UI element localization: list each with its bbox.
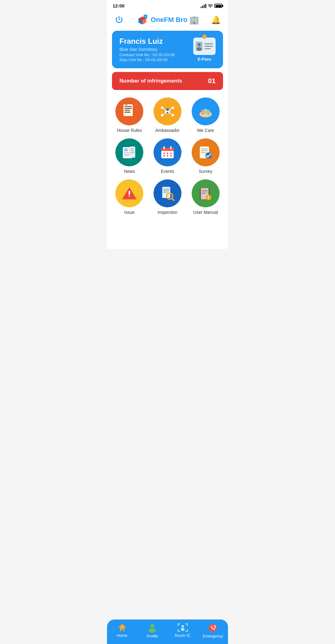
- svg-rect-12: [124, 110, 130, 111]
- svg-rect-42: [131, 148, 134, 149]
- epass-card: [193, 38, 216, 55]
- svg-point-50: [170, 153, 172, 154]
- events-label: Events: [161, 169, 174, 174]
- user-manual-icon-bg: i: [192, 179, 220, 207]
- signal-icon: [201, 4, 206, 8]
- user-manual-label: User Manual: [193, 210, 218, 215]
- ambassador-icon: [159, 103, 176, 120]
- svg-point-31: [204, 111, 207, 114]
- svg-point-51: [163, 155, 165, 157]
- user-card[interactable]: Francis Luiz Blue Star Dormitory Contrac…: [112, 31, 223, 68]
- svg-point-52: [167, 155, 168, 157]
- svg-rect-54: [163, 146, 165, 149]
- app-name-text: OneFM Bro: [151, 16, 188, 24]
- svg-rect-55: [170, 146, 172, 149]
- app-header: + OneFM Bro 🏢 🔔: [107, 10, 228, 31]
- svg-rect-47: [161, 150, 174, 151]
- main-content: Francis Luiz Blue Star Dormitory Contrac…: [107, 31, 228, 249]
- menu-item-news[interactable]: News: [112, 138, 147, 174]
- building-icon: 🏢: [189, 15, 199, 25]
- user-info: Francis Luiz Blue Star Dormitory Contrac…: [119, 37, 175, 62]
- svg-rect-64: [129, 191, 130, 195]
- svg-rect-77: [202, 193, 206, 194]
- infringement-banner[interactable]: Number of infringements 01: [112, 72, 223, 90]
- menu-grid: House Rules Am: [112, 97, 223, 215]
- status-icons: [201, 4, 222, 8]
- bell-button[interactable]: 🔔: [210, 14, 222, 26]
- svg-point-7: [198, 43, 201, 46]
- menu-item-we-care[interactable]: We Care: [188, 97, 223, 133]
- issue-icon: !: [121, 185, 138, 202]
- issue-icon-bg: !: [115, 179, 143, 207]
- svg-point-49: [167, 153, 168, 154]
- svg-point-33: [207, 112, 210, 115]
- survey-icon: [197, 144, 214, 161]
- infringement-label: Number of infringements: [119, 78, 182, 84]
- svg-rect-68: [163, 192, 168, 193]
- ambassador-label: Ambassador: [155, 128, 180, 133]
- svg-rect-58: [201, 150, 208, 151]
- status-bar: 12:00: [107, 0, 228, 10]
- svg-rect-35: [124, 148, 128, 151]
- battery-icon: [214, 4, 222, 8]
- user-manual-icon: i: [197, 185, 214, 202]
- user-name: Francis Luiz: [119, 37, 175, 46]
- menu-item-ambassador[interactable]: Ambassador: [150, 97, 185, 133]
- svg-point-32: [207, 110, 210, 113]
- epass-label: E-Pass: [198, 57, 211, 61]
- menu-item-house-rules[interactable]: House Rules: [112, 97, 147, 133]
- menu-item-inspection[interactable]: Inspection: [150, 179, 185, 215]
- svg-rect-57: [201, 148, 208, 149]
- wifi-icon: [208, 4, 213, 8]
- inspection-label: Inspection: [158, 210, 177, 215]
- ambassador-icon-bg: [154, 97, 181, 125]
- inspection-icon: [159, 185, 176, 202]
- survey-label: Survey: [199, 169, 212, 174]
- menu-item-user-manual[interactable]: i User Manual: [188, 179, 223, 215]
- power-icon: [115, 16, 123, 24]
- svg-point-71: [168, 194, 172, 198]
- svg-text:+: +: [145, 15, 146, 18]
- events-icon: [159, 144, 176, 161]
- status-time: 12:00: [113, 3, 124, 8]
- inspection-icon-bg: [154, 179, 181, 207]
- menu-item-events[interactable]: Events: [150, 138, 185, 174]
- epass-area[interactable]: E-Pass: [193, 38, 216, 61]
- stay-number: Stay Unit No : 03-01-03-09: [119, 57, 175, 62]
- svg-rect-66: [163, 189, 169, 190]
- epass-lines: [204, 43, 213, 49]
- power-button[interactable]: [113, 14, 125, 26]
- logo-icon: +: [136, 13, 149, 26]
- svg-point-29: [201, 112, 204, 115]
- svg-point-48: [163, 153, 165, 154]
- svg-rect-11: [124, 108, 132, 109]
- svg-point-28: [201, 110, 204, 113]
- news-icon: [121, 144, 138, 161]
- svg-rect-15: [125, 104, 127, 105]
- svg-rect-13: [124, 112, 131, 113]
- menu-item-issue[interactable]: ! Issue: [112, 179, 147, 215]
- we-care-icon-bg: [192, 97, 220, 125]
- svg-rect-43: [131, 150, 134, 151]
- svg-rect-75: [202, 190, 208, 191]
- svg-rect-40: [124, 155, 129, 156]
- events-icon-bg: [154, 138, 181, 166]
- svg-point-0: [210, 7, 211, 8]
- house-rules-icon: [121, 103, 138, 120]
- news-label: News: [124, 169, 135, 174]
- svg-text:i: i: [208, 195, 209, 200]
- svg-point-8: [197, 47, 202, 51]
- dormitory-name: Blue Star Dormitory: [119, 47, 175, 52]
- svg-point-30: [204, 109, 207, 112]
- news-icon-bg: [115, 138, 143, 166]
- app-title-area: + OneFM Bro 🏢: [136, 13, 199, 26]
- menu-item-survey[interactable]: Survey: [188, 138, 223, 174]
- svg-point-53: [170, 155, 172, 157]
- survey-icon-bg: [192, 138, 220, 166]
- svg-rect-59: [201, 152, 206, 153]
- we-care-icon: [197, 103, 214, 120]
- svg-line-70: [172, 198, 174, 200]
- svg-rect-67: [163, 190, 169, 191]
- issue-label: Issue: [124, 210, 135, 215]
- bell-icon: 🔔: [211, 15, 221, 25]
